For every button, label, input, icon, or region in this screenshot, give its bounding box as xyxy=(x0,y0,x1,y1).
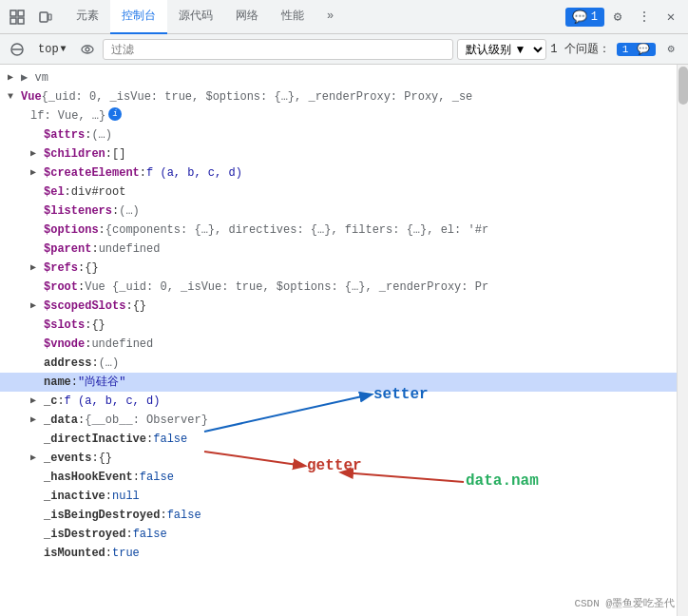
no-arrow: ▶ xyxy=(30,469,44,486)
events-arrow: ▶ xyxy=(30,450,44,467)
prop-val: false xyxy=(153,431,187,448)
prop-key: _inactive xyxy=(44,488,105,505)
prop-slots[interactable]: ▶ $slots : {} xyxy=(0,316,688,335)
vm-arrow: ▶ xyxy=(8,69,21,87)
prop-val: (…) xyxy=(91,126,112,144)
svg-rect-5 xyxy=(48,14,51,20)
prop-el[interactable]: ▶ $el : div#root xyxy=(0,183,688,202)
prop-val: f (a, b, c, d) xyxy=(146,164,242,182)
tab-sources[interactable]: 源代码 xyxy=(167,0,224,34)
prop-key: address xyxy=(44,355,91,372)
settings-gear-icon[interactable]: ⚙ xyxy=(659,38,682,61)
close-button[interactable]: ✕ xyxy=(658,4,684,30)
more-options-button[interactable]: ⋮ xyxy=(631,4,658,30)
prop-val: {__ob__: Observer} xyxy=(85,412,208,429)
ce-arrow: ▶ xyxy=(30,164,44,182)
prop-options[interactable]: ▶ $options : {components: {…}, directive… xyxy=(0,221,688,240)
prop-inactive[interactable]: ▶ _inactive : null xyxy=(0,487,688,506)
svg-point-9 xyxy=(86,48,89,51)
prop-val: div#root xyxy=(71,183,126,201)
prop-val: true xyxy=(112,545,140,562)
prop-createelement[interactable]: ▶ $createElement : f (a, b, c, d) xyxy=(0,164,688,183)
device-toggle-icon[interactable] xyxy=(32,4,59,30)
no-arrow: ▶ xyxy=(30,507,44,524)
context-dropdown-arrow: ▼ xyxy=(61,44,67,54)
no-arrow: ▶ xyxy=(30,279,44,296)
left-icons xyxy=(4,4,59,30)
vue-obj-line[interactable]: ▼ Vue {_uid: 0, _isVue: true, $options: … xyxy=(0,87,688,106)
info-icon[interactable]: i xyxy=(108,107,122,121)
prop-name[interactable]: ▶ name : "尚硅谷" xyxy=(0,373,688,392)
vue-expand-arrow: ▼ xyxy=(8,88,21,106)
prop-ismounted[interactable]: ▶ isMounted : true xyxy=(0,544,688,563)
prop-root[interactable]: ▶ $root : Vue {_uid: 0, _isVue: true, $o… xyxy=(0,278,688,297)
prop-data[interactable]: ▶ _data : {__ob__: Observer} xyxy=(0,411,688,430)
settings-button[interactable]: ⚙ xyxy=(604,4,631,30)
prop-address[interactable]: ▶ address : (…) xyxy=(0,354,688,373)
tab-performance[interactable]: 性能 xyxy=(270,0,315,34)
vue-obj-rest: lf: Vue, …} xyxy=(30,107,105,125)
tab-console[interactable]: 控制台 xyxy=(110,0,167,34)
prop-children[interactable]: ▶ $children : [] xyxy=(0,144,688,164)
svg-rect-3 xyxy=(18,18,24,24)
refs-arrow: ▶ xyxy=(30,260,44,277)
prop-val: false xyxy=(133,526,167,543)
eye-button[interactable] xyxy=(76,38,99,61)
console-output[interactable]: ▶ ▶ vm ▼ Vue {_uid: 0, _isVue: true, $op… xyxy=(0,65,688,616)
scrollbar-thumb[interactable] xyxy=(678,67,688,105)
prop-key: _isBeingDestroyed xyxy=(44,507,160,524)
prop-attrs[interactable]: ▶ $attrs : (…) xyxy=(0,125,688,144)
prop-hashookevent[interactable]: ▶ _hasHookEvent : false xyxy=(0,468,688,487)
prop-isbeingdestroyed[interactable]: ▶ _isBeingDestroyed : false xyxy=(0,506,688,525)
prop-key: $refs xyxy=(44,260,78,277)
devtools-window: 元素 控制台 源代码 网络 性能 » 💬 1 xyxy=(0,0,688,616)
tab-elements[interactable]: 元素 xyxy=(65,0,110,34)
prop-val: {} xyxy=(133,298,146,315)
children-arrow: ▶ xyxy=(30,145,44,163)
prop-key: $el xyxy=(44,183,65,201)
no-arrow: ▶ xyxy=(30,317,44,334)
vm-row[interactable]: ▶ ▶ vm xyxy=(0,68,688,87)
no-entry-icon[interactable] xyxy=(6,38,29,61)
prop-parent[interactable]: ▶ $parent : undefined xyxy=(0,240,688,259)
prop-key: $root xyxy=(44,279,78,296)
prop-val: "尚硅谷" xyxy=(78,374,125,391)
chat-badge-area: 💬 1 xyxy=(565,8,604,27)
vm-label: ▶ vm xyxy=(21,69,48,87)
prop-key: _events xyxy=(44,450,91,467)
no-arrow: ▶ xyxy=(30,374,44,391)
prop-listeners[interactable]: ▶ $listeners : (…) xyxy=(0,202,688,221)
prop-key: _isDestroyed xyxy=(44,526,125,543)
prop-key: isMounted xyxy=(44,545,105,562)
prop-c[interactable]: ▶ _c : f (a, b, c, d) xyxy=(0,392,688,411)
c-arrow: ▶ xyxy=(30,393,44,410)
issue-chat-icon: 💬 xyxy=(637,44,650,55)
prop-key: _c xyxy=(44,393,57,410)
issue-badge[interactable]: 1 💬 xyxy=(617,43,656,56)
prop-val: undefined xyxy=(99,241,161,258)
scrollbar-track[interactable] xyxy=(677,65,688,616)
console-badge[interactable]: 💬 1 xyxy=(565,8,604,27)
inspect-icon[interactable] xyxy=(4,4,30,30)
context-selector[interactable]: top ▼ xyxy=(32,41,72,58)
no-arrow: ▶ xyxy=(30,126,44,144)
tab-network[interactable]: 网络 xyxy=(224,0,270,34)
svg-rect-4 xyxy=(40,12,48,22)
filter-input[interactable] xyxy=(103,39,454,60)
tab-more[interactable]: » xyxy=(315,0,345,34)
prop-vnode[interactable]: ▶ $vnode : undefined xyxy=(0,335,688,354)
prop-scopedslots[interactable]: ▶ $scopedSlots : {} xyxy=(0,297,688,316)
prop-key: $parent xyxy=(44,241,91,258)
prop-val: (…) xyxy=(99,355,120,372)
prop-val: false xyxy=(167,507,201,524)
prop-events[interactable]: ▶ _events : {} xyxy=(0,449,688,468)
prop-isdestroyed[interactable]: ▶ _isDestroyed : false xyxy=(0,525,688,544)
prop-refs[interactable]: ▶ $refs : {} xyxy=(0,259,688,278)
prop-directinactive[interactable]: ▶ _directInactive : false xyxy=(0,430,688,449)
no-arrow: ▶ xyxy=(30,202,44,220)
prop-val: {components: {…}, directives: {…}, filte… xyxy=(105,221,488,239)
no-arrow: ▶ xyxy=(30,221,44,239)
log-level-select[interactable]: 默认级别 ▼ xyxy=(457,39,546,60)
watermark: CSDN @墨鱼爱吃圣代 xyxy=(574,596,675,610)
vue-obj-cont[interactable]: lf: Vue, …} i xyxy=(0,106,688,125)
